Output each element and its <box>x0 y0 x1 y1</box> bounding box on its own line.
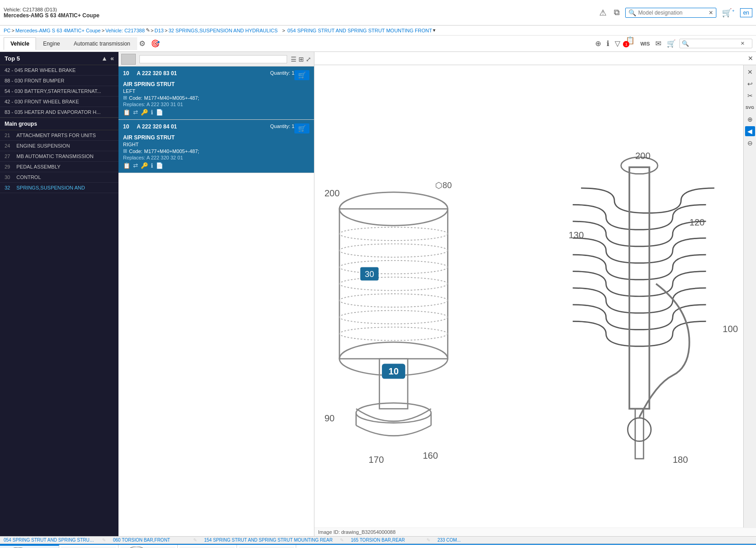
tab-extra-icons: ⚙ 🎯 <box>137 38 162 49</box>
diagram-rt-zoomin[interactable]: ⊕ <box>745 114 755 124</box>
settings-icon[interactable]: ⚙ <box>137 38 147 49</box>
top5-collapse-icon[interactable]: ▲ <box>101 55 108 62</box>
toolbar-search-input[interactable] <box>690 41 741 47</box>
part-item-2-header: 10 A 222 320 84 01 Quantity: 1 🛒 <box>123 123 309 133</box>
part-2-doc-icon[interactable]: 📄 <box>156 162 163 169</box>
thumbnail-labels-row: 054 SPRING STRUT AND SPRING STRUT MOUNTI… <box>0 537 756 544</box>
parts-search-input[interactable] <box>139 55 287 63</box>
svg-text:170: 170 <box>369 455 384 465</box>
diagram-canvas: 10 200 ⬡80 30 90 170 160 <box>314 65 756 528</box>
top5-item[interactable]: 42 - 045 REAR WHEEL BRAKE <box>0 65 118 76</box>
copy-icon[interactable]: ⧉ <box>612 6 622 19</box>
part-2-replaces: Replaces: A 222 320 32 01 <box>123 155 309 160</box>
tab-engine[interactable]: Engine <box>36 37 67 50</box>
parts-grid-icon[interactable]: ⊞ <box>298 56 304 63</box>
part-1-key-icon[interactable]: 🔑 <box>141 109 148 116</box>
sidebar-group-27[interactable]: 27 MB AUTOMATIC TRANSMISSION <box>0 151 118 162</box>
svg-point-9 <box>339 327 448 340</box>
cart-add-icon[interactable]: 🛒+ <box>720 6 736 20</box>
toolbar-search-box[interactable]: 🔍 ✕ <box>679 39 752 48</box>
top5-item[interactable]: 54 - 030 BATTERY,STARTER/ALTERNAT... <box>0 86 118 97</box>
svg-point-7 <box>339 294 448 307</box>
tab-automatic-transmission[interactable]: Automatic transmission <box>67 37 137 50</box>
info-icon[interactable]: ℹ <box>605 38 611 49</box>
vehicle-id: Vehicle: C217388 (D13) <box>4 7 99 12</box>
sidebar-group-29[interactable]: 29 PEDAL ASSEMBLY <box>0 162 118 172</box>
breadcrumb-vehicle[interactable]: Vehicle: C217388 <box>105 28 144 33</box>
part-2-add-cart[interactable]: 🛒 <box>294 123 309 133</box>
parts-expand-icon[interactable]: ⤢ <box>306 56 311 63</box>
diagram-rt-blue[interactable]: ◀ <box>745 126 755 136</box>
part-1-doc-icon[interactable]: 📄 <box>156 109 163 116</box>
thumbnail-1[interactable] <box>59 545 118 548</box>
top5-item[interactable]: 88 - 030 FRONT BUMPER <box>0 76 118 86</box>
diagram-rt-undo[interactable]: ↩ <box>745 79 755 89</box>
thumb-label-4[interactable]: 233 COM... <box>437 538 474 543</box>
part-2-exchange-icon[interactable]: ⇄ <box>133 162 138 169</box>
tab-vehicle[interactable]: Vehicle <box>4 37 36 50</box>
filter-icon[interactable]: ▽ <box>613 38 622 49</box>
top5-item[interactable]: 83 - 035 HEATER AND EVAPORATOR H... <box>0 107 118 118</box>
sidebar-group-32[interactable]: 32 SPRINGS,SUSPENSION AND <box>0 183 118 193</box>
thumbnail-3[interactable] <box>178 545 237 548</box>
toolbar-cart-icon[interactable]: 🛒 <box>665 38 678 49</box>
model-search-input[interactable] <box>638 10 709 16</box>
toolbar-search-close[interactable]: ✕ <box>741 41 745 46</box>
top5-expand-icon[interactable]: « <box>110 55 114 62</box>
breadcrumb-32[interactable]: 32 SPRINGS,SUSPENSION AND HYDRAULICS <box>169 28 278 33</box>
thumbnails-section: 054 SPRING STRUT AND SPRING STRUT MOUNTI… <box>0 536 756 548</box>
part-2-key-icon[interactable]: 🔑 <box>141 162 148 169</box>
zoom-in-icon[interactable]: ⊕ <box>593 38 603 49</box>
wis-icon[interactable]: WIS <box>638 40 652 47</box>
part-1-bookmark-icon[interactable]: 📋 <box>123 109 130 116</box>
sidebar: Top 5 ▲ « 42 - 045 REAR WHEEL BRAKE 88 -… <box>0 52 118 536</box>
diagram-rt-close[interactable]: ✕ <box>745 67 755 77</box>
breadcrumb-model[interactable]: Mercedes-AMG S 63 4MATIC+ Coupe <box>15 28 101 33</box>
thumb-label-2[interactable]: 154 SPRING STRUT AND SPRING STRUT MOUNTI… <box>204 538 333 543</box>
part-1-add-cart[interactable]: 🛒 <box>294 70 309 80</box>
thumb-label-1[interactable]: 060 TORSION BAR,FRONT <box>113 538 186 543</box>
toolbar-right: ⊕ ℹ ▽ 📋1 WIS ✉ 🛒 🔍 ✕ <box>593 35 752 52</box>
breadcrumb-edit-icon[interactable]: ✎ <box>146 27 150 33</box>
sidebar-group-24[interactable]: 24 ENGINE SUSPENSION <box>0 141 118 151</box>
breadcrumb-pc[interactable]: PC <box>4 28 10 33</box>
top5-item[interactable]: 42 - 030 FRONT WHEEL BRAKE <box>0 97 118 107</box>
sidebar-group-21[interactable]: 21 ATTACHMENT PARTS FOR UNITS <box>0 130 118 141</box>
thumbnail-4[interactable] <box>237 545 296 548</box>
diagram-close-icon[interactable]: ✕ <box>747 54 754 63</box>
part-2-info-icon[interactable]: ℹ <box>151 162 153 169</box>
mail-icon[interactable]: ✉ <box>653 38 663 49</box>
language-selector[interactable]: en <box>740 8 752 17</box>
part-2-bookmark-icon[interactable]: 📋 <box>123 162 130 169</box>
thumbnails-bar <box>0 544 756 548</box>
doc-icon[interactable]: 📋1 <box>624 35 637 52</box>
model-search-box[interactable]: 🔍 ✕ <box>625 8 716 18</box>
top5-label: Top 5 <box>5 55 20 62</box>
breadcrumb-dropdown-icon[interactable]: ▾ <box>433 27 436 33</box>
warning-icon[interactable]: ⚠ <box>597 6 608 20</box>
breadcrumb-054[interactable]: 054 SPRING STRUT AND SPRING STRUT MOUNTI… <box>288 28 432 33</box>
sidebar-group-30[interactable]: 30 CONTROL <box>0 172 118 183</box>
part-2-code-line: ⊞ Code: M177+M40+M005+-487; <box>123 148 309 154</box>
thumbnail-0[interactable] <box>0 545 59 548</box>
diagram-rt-svg[interactable]: SVG <box>745 102 755 113</box>
diagram-rt-scissors[interactable]: ✂ <box>745 91 755 101</box>
svg-text:30: 30 <box>365 269 374 279</box>
thumbnail-2[interactable] <box>118 545 178 548</box>
part-1-name: AIR SPRING STRUT <box>123 81 309 87</box>
part-1-info-icon[interactable]: ℹ <box>151 109 153 116</box>
parts-color-picker[interactable] <box>121 54 136 65</box>
main-layout: Top 5 ▲ « 42 - 045 REAR WHEEL BRAKE 88 -… <box>0 52 756 536</box>
toolbar-search-icon: 🔍 <box>682 40 689 47</box>
search-close-icon[interactable]: ✕ <box>709 10 713 16</box>
app-header: Vehicle: C217388 (D13) Mercedes-AMG S 63… <box>0 0 756 26</box>
parts-list-icon[interactable]: ☰ <box>291 56 297 63</box>
diagram-panel: ✕ <box>314 52 756 536</box>
diagram-rt-zoomout[interactable]: ⊖ <box>745 138 755 148</box>
config-icon[interactable]: 🎯 <box>149 38 162 49</box>
svg-text:200: 200 <box>324 188 340 198</box>
breadcrumb-d13[interactable]: D13 <box>154 28 164 33</box>
thumb-label-0[interactable]: 054 SPRING STRUT AND SPRING STRUT MOUNTI… <box>4 538 95 543</box>
part-1-exchange-icon[interactable]: ⇄ <box>133 109 138 116</box>
thumb-label-3[interactable]: 165 TORSION BAR,REAR <box>351 538 419 543</box>
